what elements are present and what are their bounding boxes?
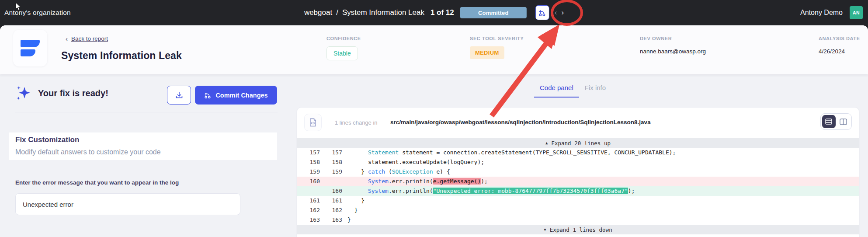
change-summary: 1 lines change in (335, 119, 378, 126)
meta-label: SEC TOOL SEVERITY (470, 36, 524, 41)
code-line: Statement statement = connection.createS… (342, 148, 676, 157)
error-message-input[interactable] (15, 193, 240, 215)
breadcrumb-repo[interactable]: webgoat (304, 8, 332, 17)
line-number-new (320, 177, 342, 186)
chevron-right-icon[interactable]: › (561, 8, 564, 17)
expand-down-bar[interactable]: ▼ Expand 1 lines down (297, 225, 859, 234)
tab-fix-info[interactable]: Fix info (579, 82, 611, 98)
file-header: 1 lines change in src/main/java/org/owas… (297, 108, 859, 138)
code-line: } (342, 196, 365, 206)
confidence-badge: Stable (326, 46, 358, 60)
panel-tabs: Code panel Fix info (534, 82, 611, 98)
line-number-old: 162 (297, 206, 320, 215)
meta-label: ANALYSIS DATE (819, 36, 860, 41)
line-number-old (297, 186, 320, 196)
expand-down-icon: ▼ (544, 227, 546, 232)
error-message-label: Enter the error message that you want to… (15, 179, 179, 186)
line-number-new: 161 (320, 196, 342, 206)
expand-up-label: Expand 20 lines up (551, 140, 610, 146)
avatar[interactable]: AN (850, 6, 863, 19)
code-line: } (342, 215, 351, 225)
download-icon (175, 91, 183, 99)
code-line: } (342, 206, 358, 215)
breadcrumb-issue: System Information Leak (342, 8, 424, 17)
issue-header: ‹ Back to report System Information Leak… (0, 25, 868, 74)
code-line: System.err.println(e.getMessage()); (342, 177, 488, 186)
breadcrumb-separator: / (336, 8, 338, 17)
commit-pr-icon (204, 91, 211, 99)
page-title: System Information Leak (61, 50, 182, 62)
meta-confidence: CONFIDENCE Stable (326, 36, 361, 60)
line-number-new: 159 (320, 167, 342, 177)
line-number-old: 159 (297, 167, 320, 177)
back-chevron-icon: ‹ (66, 35, 68, 42)
code-line: System.err.println("Unexpected error: mo… (342, 186, 635, 196)
unified-view-icon (825, 118, 832, 125)
download-fix-button[interactable] (167, 86, 191, 105)
user-name: Antony Demo (800, 9, 843, 17)
split-view-icon (840, 118, 847, 125)
issue-counter: 1 of 12 (431, 8, 454, 17)
meta-analysis-date: ANALYSIS DATE 4/26/2024 (819, 36, 860, 55)
line-number-old: 163 (297, 215, 320, 225)
line-number-new: 162 (320, 206, 342, 215)
diff-row: 161161 } (297, 196, 859, 206)
content-sheet: ‹ Back to report System Information Leak… (0, 25, 868, 237)
diff-row: 163163} (297, 215, 859, 225)
user-menu: Antony Demo AN (800, 6, 863, 19)
file-code-icon (309, 118, 317, 127)
fix-customization-subtitle: Modify default answers to customize your… (15, 148, 161, 156)
diff-row: 158158 statement.executeUpdate(logQuery)… (297, 157, 859, 167)
diff-row: 160 System.err.println(e.getMessage()); (297, 177, 859, 186)
commit-changes-label: Commit Changes (215, 92, 267, 99)
commit-status-button[interactable] (535, 5, 549, 20)
code-panel-card: 1 lines change in src/main/java/org/owas… (297, 107, 859, 237)
analysis-date-value: 4/26/2024 (819, 48, 860, 55)
line-number-old: 157 (297, 148, 320, 157)
status-badge: Committed (460, 7, 527, 18)
line-number-new: 158 (320, 157, 342, 167)
diff-row: 157157 Statement statement = connection.… (297, 148, 859, 157)
chevron-left-icon[interactable]: ‹ (555, 8, 557, 17)
meta-label: CONFIDENCE (326, 36, 361, 41)
unified-view-button[interactable] (822, 115, 836, 128)
commit-changes-button[interactable]: Commit Changes (195, 86, 277, 105)
line-number-new: 163 (320, 215, 342, 225)
top-bar: Antony's organization webgoat / System I… (0, 0, 868, 25)
meta-severity: SEC TOOL SEVERITY MEDIUM (470, 36, 524, 59)
sparkles-icon (15, 84, 32, 102)
file-icon-box (304, 114, 322, 131)
line-number-new: 157 (320, 148, 342, 157)
expand-up-bar[interactable]: ▲ Expand 20 lines up (297, 138, 859, 148)
severity-badge: MEDIUM (470, 46, 504, 59)
fix-customization-title: Fix Customization (15, 136, 79, 144)
split-view-button[interactable] (837, 115, 851, 128)
org-name[interactable]: Antony's organization (4, 9, 71, 17)
dev-owner-value: nanne.baars@owasp.org (640, 48, 706, 55)
code-line: statement.executeUpdate(logQuery); (342, 157, 484, 167)
logo-icon (21, 40, 40, 56)
pr-merge-icon (538, 9, 546, 17)
issue-pager: ‹ › (555, 8, 564, 17)
diff-row: 162162 } (297, 206, 859, 215)
line-number-old: 160 (297, 177, 320, 186)
fix-customization-section: Fix Customization Modify default answers… (9, 132, 277, 160)
expand-down-label: Expand 1 lines down (550, 227, 612, 233)
line-number-new: 160 (320, 186, 342, 196)
back-to-report-link[interactable]: Back to report (71, 35, 108, 42)
file-path: src/main/java/org/owasp/webgoat/lessons/… (390, 119, 651, 125)
app-logo[interactable] (13, 30, 47, 66)
meta-dev-owner: DEV OWNER nanne.baars@owasp.org (640, 36, 706, 55)
divider (15, 112, 278, 112)
line-number-old: 161 (297, 196, 320, 206)
meta-label: DEV OWNER (640, 36, 706, 41)
tab-code-panel[interactable]: Code panel (534, 82, 579, 98)
diff-row: 159159 } catch (SQLException e) { (297, 167, 859, 177)
diff-view-toggle (820, 113, 852, 130)
code-line: } catch (SQLException e) { (342, 167, 450, 177)
expand-up-icon: ▲ (545, 141, 548, 145)
line-number-old: 158 (297, 157, 320, 167)
diff-rows: 157157 Statement statement = connection.… (297, 148, 859, 225)
fix-ready-title: Your fix is ready! (38, 88, 108, 98)
breadcrumb: webgoat / System Information Leak 1 of 1… (304, 0, 564, 25)
